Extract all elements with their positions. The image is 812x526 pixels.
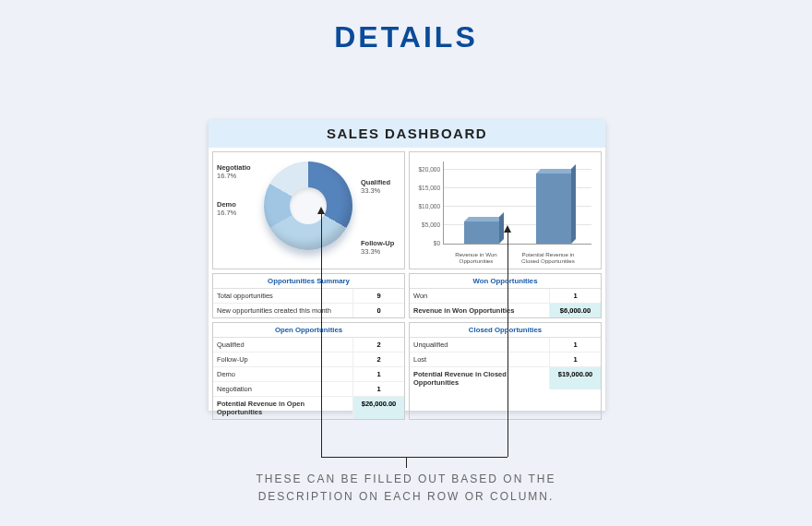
donut-label-qualified: Qualified 33.3% [361, 178, 390, 195]
cell-label: Potential Revenue in Closed Opportunitie… [410, 367, 549, 389]
table-row: Revenue in Won Opportunities $6,000.00 [410, 304, 601, 317]
ytick-15k: $15,000 [414, 185, 440, 191]
cell-value: 9 [352, 289, 404, 303]
table-row: Total opportunities 9 [213, 289, 404, 304]
cell-label: New opportunities created this month [213, 304, 352, 317]
bar-won [464, 221, 499, 244]
cell-label: Won [410, 289, 549, 303]
bar-chart: $0 $5,000 $10,000 $15,000 $20,000 [443, 161, 591, 245]
cell-label: Lost [410, 353, 549, 366]
table-open: Open Opportunities Qualified2 Follow-Up2… [212, 322, 405, 420]
table-opp-summary: Opportunities Summary Total opportunitie… [212, 273, 405, 318]
cell-value: 2 [352, 353, 404, 366]
ytick-20k: $20,000 [414, 166, 440, 173]
cell-label: Follow-Up [213, 353, 352, 366]
table-row: Potential Revenue in Closed Opportunitie… [410, 367, 601, 389]
table-row: Lost1 [410, 353, 601, 367]
table-title: Closed Opportunities [410, 323, 601, 338]
dashboard-card: SALES DASHBOARD Negotiatio 16.7% Demo 16… [209, 120, 605, 411]
page-title: DETAILS [0, 0, 812, 54]
callout-vertical-left [321, 212, 322, 457]
cell-label: Total opportunities [213, 289, 352, 303]
cell-label: Negotiation [213, 382, 352, 396]
tables-row-2: Open Opportunities Qualified2 Follow-Up2… [209, 322, 605, 424]
caption-line1: THESE CAN BE FILLED OUT BASED ON THE [0, 471, 812, 488]
cell-label: Revenue in Won Opportunities [410, 304, 549, 317]
table-won: Won Opportunities Won 1 Revenue in Won O… [409, 273, 602, 318]
donut-label-negotiation: Negotiatio 16.7% [217, 163, 251, 180]
table-row: Potential Revenue in Open Opportunities$… [213, 397, 404, 419]
callout-vertical-right [508, 231, 508, 457]
table-title: Won Opportunities [410, 274, 601, 289]
arrowhead-left [317, 207, 325, 214]
bar-xlabel-closed: Potential Revenue in Closed Opportunitie… [520, 252, 576, 265]
cell-value: 1 [549, 353, 601, 366]
table-row: Negotiation1 [213, 382, 404, 397]
cell-value: 1 [352, 367, 404, 381]
tables-row-1: Opportunities Summary Total opportunitie… [209, 273, 605, 322]
table-title: Opportunities Summary [213, 274, 404, 289]
donut-label-followup: Follow-Up 33.3% [361, 239, 394, 256]
table-closed: Closed Opportunities Unqualified1 Lost1 … [409, 322, 602, 420]
cell-value: 1 [352, 382, 404, 396]
cell-label: Unqualified [410, 338, 549, 352]
callout-stem [406, 457, 407, 468]
donut-chart-box: Negotiatio 16.7% Demo 16.7% Qualified 33… [212, 151, 405, 269]
table-row: Follow-Up2 [213, 353, 404, 367]
donut-label-demo: Demo 16.7% [217, 200, 236, 217]
table-row: Unqualified1 [410, 338, 601, 353]
table-row: New opportunities created this month 0 [213, 304, 404, 317]
cell-value: $19,000.00 [549, 367, 601, 389]
table-row: Qualified2 [213, 338, 404, 353]
donut-chart [264, 161, 352, 250]
cell-label: Potential Revenue in Open Opportunities [213, 397, 352, 419]
cell-value: $6,000.00 [549, 304, 601, 317]
ytick-0: $0 [414, 240, 440, 246]
dashboard-header: SALES DASHBOARD [209, 120, 605, 148]
cell-value: 1 [549, 289, 601, 303]
bar-xlabel-won: Revenue in Won Opportunities [448, 252, 504, 265]
cell-value: 0 [352, 304, 404, 317]
caption-line2: DESCRIPTION ON EACH ROW OR COLUMN. [0, 488, 812, 506]
callout-horizontal [321, 457, 508, 458]
table-row: Won 1 [410, 289, 601, 304]
cell-value: 1 [549, 338, 601, 352]
table-title: Open Opportunities [213, 323, 404, 338]
bar-chart-box: $0 $5,000 $10,000 $15,000 $20,000 Revenu… [409, 151, 602, 269]
cell-label: Qualified [213, 338, 352, 352]
caption: THESE CAN BE FILLED OUT BASED ON THE DES… [0, 471, 812, 506]
bar-closed [536, 173, 571, 244]
cell-value: 2 [352, 338, 404, 352]
cell-label: Demo [213, 367, 352, 381]
cell-value: $26,000.00 [352, 397, 404, 419]
charts-row: Negotiatio 16.7% Demo 16.7% Qualified 33… [209, 148, 605, 273]
arrowhead-right [504, 225, 511, 233]
ytick-5k: $5,000 [414, 221, 440, 228]
table-row: Demo1 [213, 367, 404, 382]
ytick-10k: $10,000 [414, 203, 440, 209]
